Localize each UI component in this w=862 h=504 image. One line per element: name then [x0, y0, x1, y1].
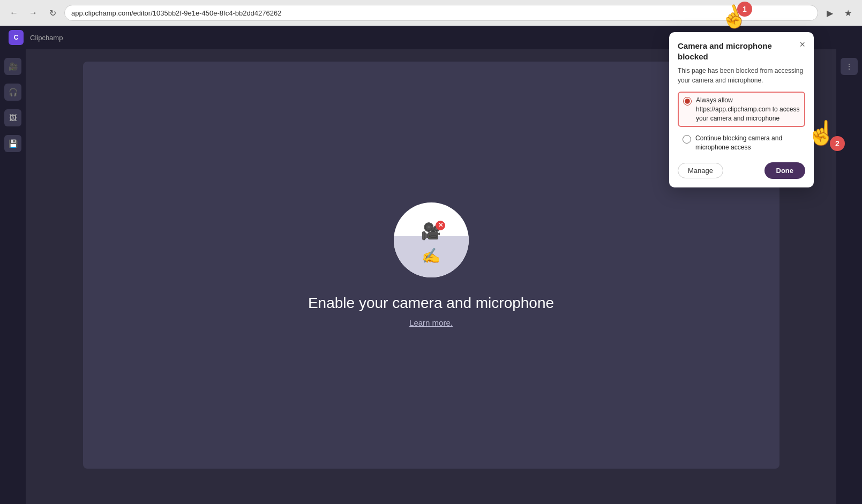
right-sidebar: ⋮ — [836, 49, 862, 504]
camera-icon-area: 🎥 ✕ — [421, 222, 441, 240]
radio-allow-input[interactable] — [683, 97, 692, 106]
enable-title: Enable your camera and microphone — [308, 295, 554, 312]
cursor-hand-icon: ✍ — [422, 247, 440, 265]
bookmark-icon-button[interactable]: ★ — [841, 5, 856, 20]
right-sidebar-icon-1[interactable]: ⋮ — [841, 58, 858, 75]
popup-dialog: Camera and microphone blocked × This pag… — [669, 32, 814, 187]
learn-more-link[interactable]: Learn more. — [409, 318, 453, 327]
reload-button[interactable]: ↻ — [45, 5, 60, 20]
camera-circle: 🎥 ✕ ✍ — [394, 202, 469, 277]
popup-header: Camera and microphone blocked × — [678, 41, 805, 62]
done-button[interactable]: Done — [764, 162, 806, 179]
browser-icons: ▶ ★ — [822, 5, 856, 20]
sidebar-icon-1[interactable]: 🎥 — [4, 58, 21, 75]
radio-option-allow[interactable]: Always allow https://app.clipchamp.com t… — [678, 92, 805, 127]
browser-chrome: ← → ↻ app.clipchamp.com/editor/1035bb2f-… — [0, 0, 862, 26]
left-sidebar: 🎥 🎧 🖼 💾 — [0, 49, 26, 504]
back-button[interactable]: ← — [6, 5, 21, 20]
popup-close-button[interactable]: × — [799, 40, 805, 49]
app-logo: C — [9, 30, 24, 45]
popup-footer: Manage Done — [678, 162, 805, 179]
radio-allow-label: Always allow https://app.clipchamp.com t… — [696, 96, 800, 123]
popup-title: Camera and microphone blocked — [678, 41, 799, 62]
forward-button[interactable]: → — [26, 5, 41, 20]
sidebar-icon-2[interactable]: 🎧 — [4, 84, 21, 101]
radio-option-block[interactable]: Continue blocking camera and microphone … — [678, 130, 805, 156]
popup-description: This page has been blocked from accessin… — [678, 66, 805, 85]
manage-button[interactable]: Manage — [678, 163, 723, 178]
sidebar-icon-4[interactable]: 💾 — [4, 135, 21, 152]
radio-block-input[interactable] — [683, 135, 691, 144]
address-bar[interactable]: app.clipchamp.com/editor/1035bb2f-9e1e-4… — [64, 5, 818, 21]
cast-icon-button[interactable]: ▶ — [822, 5, 837, 20]
camera-blocked-badge: ✕ — [436, 221, 445, 230]
circle-bottom: ✍ — [394, 236, 469, 277]
url-text: app.clipchamp.com/editor/1035bb2f-9e1e-4… — [71, 9, 281, 17]
radio-block-label: Continue blocking camera and microphone … — [695, 134, 800, 152]
sidebar-icon-3[interactable]: 🖼 — [4, 109, 21, 126]
